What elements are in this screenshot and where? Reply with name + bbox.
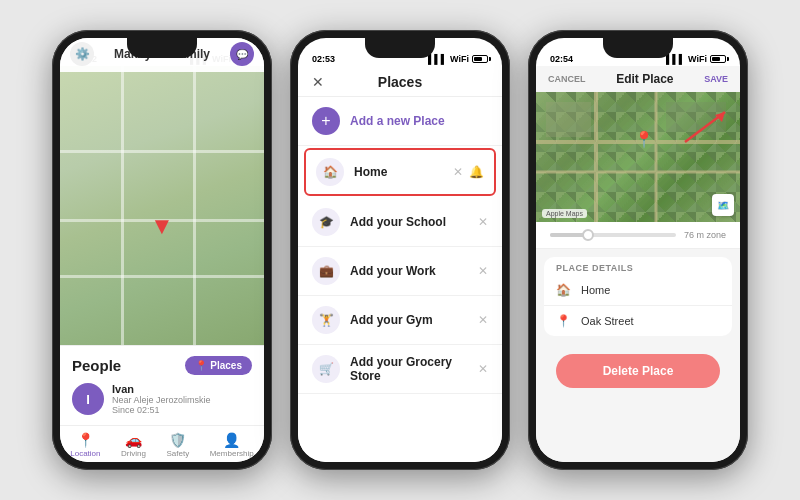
map-background: ▼ <box>60 66 264 345</box>
notch-2 <box>365 38 435 58</box>
phone-2: 02:53 ▌▌▌ WiFi ✕ Places + Add a new Plac… <box>290 30 510 470</box>
places-btn-label: Places <box>210 360 242 371</box>
place-item-school[interactable]: 🎓 Add your School ✕ <box>298 198 502 247</box>
work-label: Add your Work <box>350 264 478 278</box>
signal-icon-3: ▌▌▌ <box>666 54 685 64</box>
place-item-gym[interactable]: 🏋️ Add your Gym ✕ <box>298 296 502 345</box>
places-list: + Add a new Place 🏠 Home ✕ 🔔 🎓 Add your … <box>298 97 502 462</box>
place-details-title: Place details <box>544 257 732 275</box>
map-arrow-down: ▼ <box>150 212 174 240</box>
notch-1 <box>127 38 197 58</box>
person-time: Since 02:51 <box>112 405 252 415</box>
place-item-home[interactable]: 🏠 Home ✕ 🔔 <box>304 148 496 196</box>
people-panel: People 📍 Places I Ivan Near Aleje Jerozo… <box>60 345 264 425</box>
satellite-map: 📍 Apple Maps 🗺️ <box>536 92 740 222</box>
home-remove-icon[interactable]: ✕ <box>453 165 463 179</box>
nav-driving-label: Driving <box>121 449 146 458</box>
radius-slider[interactable] <box>550 233 676 237</box>
gym-remove-icon[interactable]: ✕ <box>478 313 488 327</box>
phone-2-screen: 02:53 ▌▌▌ WiFi ✕ Places + Add a new Plac… <box>298 38 502 462</box>
wifi-icon-3: WiFi <box>688 54 707 64</box>
places-button[interactable]: 📍 Places <box>185 356 252 375</box>
gym-icon: 🏋️ <box>312 306 340 334</box>
home-bell-icon[interactable]: 🔔 <box>469 165 484 179</box>
slider-thumb[interactable] <box>582 229 594 241</box>
edit-title: Edit Place <box>616 72 673 86</box>
map-layers-button[interactable]: 🗺️ <box>712 194 734 216</box>
grocery-remove-icon[interactable]: ✕ <box>478 362 488 376</box>
work-icon: 💼 <box>312 257 340 285</box>
wifi-icon-2: WiFi <box>450 54 469 64</box>
close-button[interactable]: ✕ <box>312 74 324 90</box>
cancel-button[interactable]: CANCEL <box>548 74 586 84</box>
zone-slider: 76 m zone <box>536 222 740 249</box>
phone-1-screen: 02:52 ▌▌▌ WiFi ⚙️ Makhynia Family 💬 ▼ <box>60 38 264 462</box>
school-remove-icon[interactable]: ✕ <box>478 215 488 229</box>
phones-container: 02:52 ▌▌▌ WiFi ⚙️ Makhynia Family 💬 ▼ <box>42 20 758 480</box>
place-details-card: Place details 🏠 Home 📍 Oak Street <box>544 257 732 336</box>
svg-rect-4 <box>546 102 591 137</box>
status-time-2: 02:53 <box>312 54 335 64</box>
person-name: Ivan <box>112 383 252 395</box>
safety-nav-icon: 🛡️ <box>169 432 186 448</box>
delete-place-button[interactable]: Delete Place <box>556 354 720 388</box>
nav-location[interactable]: 📍 Location <box>70 432 100 458</box>
road-v-2 <box>193 66 196 345</box>
edit-header: CANCEL Edit Place SAVE <box>536 66 740 92</box>
places-header: ✕ Places <box>298 66 502 97</box>
places-title: Places <box>378 74 422 90</box>
address-pin-icon: 📍 <box>556 314 571 328</box>
place-item-grocery[interactable]: 🛒 Add your Grocery Store ✕ <box>298 345 502 394</box>
map-attribution: Apple Maps <box>542 209 587 218</box>
battery-icon-2 <box>472 55 488 63</box>
school-label: Add your School <box>350 215 478 229</box>
nav-safety-label: Safety <box>166 449 189 458</box>
location-nav-icon: 📍 <box>77 432 94 448</box>
person-row: I Ivan Near Aleje Jerozolimskie Since 02… <box>72 383 252 415</box>
nav-safety[interactable]: 🛡️ Safety <box>166 432 189 458</box>
red-arrow-indicator <box>680 107 730 147</box>
person-info: Ivan Near Aleje Jerozolimskie Since 02:5… <box>112 383 252 415</box>
save-button[interactable]: SAVE <box>704 74 728 84</box>
people-title-row: People 📍 Places <box>72 356 252 375</box>
membership-nav-icon: 👤 <box>223 432 240 448</box>
people-title: People <box>72 357 121 374</box>
grocery-label: Add your Grocery Store <box>350 355 478 383</box>
road-h-3 <box>60 275 264 278</box>
edit-place-screen: CANCEL Edit Place SAVE <box>536 66 740 462</box>
chat-icon[interactable]: 💬 <box>230 42 254 66</box>
place-item-work[interactable]: 💼 Add your Work ✕ <box>298 247 502 296</box>
bottom-nav: 📍 Location 🚗 Driving 🛡️ Safety 👤 Members… <box>60 425 264 462</box>
zone-label: 76 m zone <box>684 230 726 240</box>
school-icon: 🎓 <box>312 208 340 236</box>
notch-3 <box>603 38 673 58</box>
map-location-pin: 📍 <box>634 130 654 149</box>
phone-1: 02:52 ▌▌▌ WiFi ⚙️ Makhynia Family 💬 ▼ <box>52 30 272 470</box>
nav-membership[interactable]: 👤 Membership <box>210 432 254 458</box>
grocery-icon: 🛒 <box>312 355 340 383</box>
add-new-place-button[interactable]: + Add a new Place <box>298 97 502 146</box>
add-place-icon: + <box>312 107 340 135</box>
signal-icon-2: ▌▌▌ <box>428 54 447 64</box>
place-name-row: 🏠 Home <box>544 275 732 306</box>
phone-3: 02:54 ▌▌▌ WiFi CANCEL Edit Place SAVE <box>528 30 748 470</box>
home-label: Home <box>354 165 453 179</box>
work-remove-icon[interactable]: ✕ <box>478 264 488 278</box>
driving-nav-icon: 🚗 <box>125 432 142 448</box>
nav-driving[interactable]: 🚗 Driving <box>121 432 146 458</box>
status-time-3: 02:54 <box>550 54 573 64</box>
places-icon: 📍 <box>195 360 207 371</box>
status-icons-2: ▌▌▌ WiFi <box>428 54 488 64</box>
place-address-value: Oak Street <box>581 315 634 327</box>
place-name-value: Home <box>581 284 610 296</box>
nav-location-label: Location <box>70 449 100 458</box>
person-location: Near Aleje Jerozolimskie <box>112 395 252 405</box>
settings-icon[interactable]: ⚙️ <box>70 42 94 66</box>
nav-membership-label: Membership <box>210 449 254 458</box>
status-icons-3: ▌▌▌ WiFi <box>666 54 726 64</box>
places-list-screen: ✕ Places + Add a new Place 🏠 Home ✕ 🔔 <box>298 66 502 462</box>
gym-label: Add your Gym <box>350 313 478 327</box>
person-avatar: I <box>72 383 104 415</box>
battery-icon-3 <box>710 55 726 63</box>
add-new-place-label: Add a new Place <box>350 114 445 128</box>
